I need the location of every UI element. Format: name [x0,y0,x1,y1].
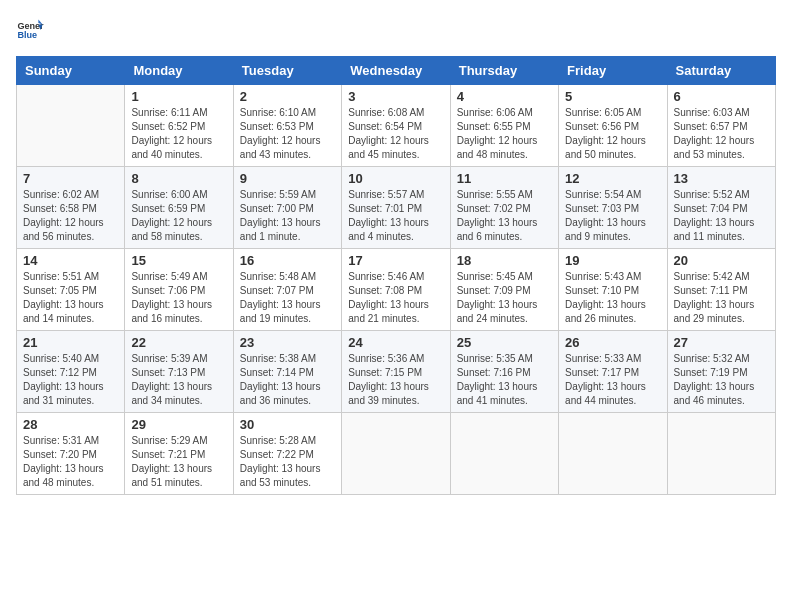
day-info: Sunrise: 6:11 AM Sunset: 6:52 PM Dayligh… [131,106,226,162]
day-info: Sunrise: 5:39 AM Sunset: 7:13 PM Dayligh… [131,352,226,408]
calendar-cell: 3Sunrise: 6:08 AM Sunset: 6:54 PM Daylig… [342,85,450,167]
day-info: Sunrise: 5:42 AM Sunset: 7:11 PM Dayligh… [674,270,769,326]
calendar-cell: 7Sunrise: 6:02 AM Sunset: 6:58 PM Daylig… [17,167,125,249]
calendar-cell [667,413,775,495]
calendar-cell: 28Sunrise: 5:31 AM Sunset: 7:20 PM Dayli… [17,413,125,495]
day-number: 27 [674,335,769,350]
week-row-5: 28Sunrise: 5:31 AM Sunset: 7:20 PM Dayli… [17,413,776,495]
column-header-tuesday: Tuesday [233,57,341,85]
calendar-cell: 14Sunrise: 5:51 AM Sunset: 7:05 PM Dayli… [17,249,125,331]
day-number: 29 [131,417,226,432]
day-number: 2 [240,89,335,104]
column-header-wednesday: Wednesday [342,57,450,85]
column-header-saturday: Saturday [667,57,775,85]
day-number: 5 [565,89,660,104]
day-number: 12 [565,171,660,186]
calendar-table: SundayMondayTuesdayWednesdayThursdayFrid… [16,56,776,495]
calendar-cell: 25Sunrise: 5:35 AM Sunset: 7:16 PM Dayli… [450,331,558,413]
column-header-friday: Friday [559,57,667,85]
day-number: 19 [565,253,660,268]
calendar-cell: 1Sunrise: 6:11 AM Sunset: 6:52 PM Daylig… [125,85,233,167]
day-number: 18 [457,253,552,268]
calendar-cell: 22Sunrise: 5:39 AM Sunset: 7:13 PM Dayli… [125,331,233,413]
day-info: Sunrise: 5:38 AM Sunset: 7:14 PM Dayligh… [240,352,335,408]
day-number: 22 [131,335,226,350]
day-number: 13 [674,171,769,186]
day-number: 17 [348,253,443,268]
calendar-cell: 21Sunrise: 5:40 AM Sunset: 7:12 PM Dayli… [17,331,125,413]
calendar-cell: 26Sunrise: 5:33 AM Sunset: 7:17 PM Dayli… [559,331,667,413]
calendar-body: 1Sunrise: 6:11 AM Sunset: 6:52 PM Daylig… [17,85,776,495]
day-info: Sunrise: 6:03 AM Sunset: 6:57 PM Dayligh… [674,106,769,162]
calendar-cell: 23Sunrise: 5:38 AM Sunset: 7:14 PM Dayli… [233,331,341,413]
day-info: Sunrise: 5:35 AM Sunset: 7:16 PM Dayligh… [457,352,552,408]
day-number: 7 [23,171,118,186]
page-header: General Blue [16,16,776,44]
day-info: Sunrise: 5:28 AM Sunset: 7:22 PM Dayligh… [240,434,335,490]
day-number: 4 [457,89,552,104]
day-number: 20 [674,253,769,268]
calendar-cell [342,413,450,495]
day-info: Sunrise: 6:00 AM Sunset: 6:59 PM Dayligh… [131,188,226,244]
week-row-2: 7Sunrise: 6:02 AM Sunset: 6:58 PM Daylig… [17,167,776,249]
day-info: Sunrise: 5:31 AM Sunset: 7:20 PM Dayligh… [23,434,118,490]
day-info: Sunrise: 6:06 AM Sunset: 6:55 PM Dayligh… [457,106,552,162]
week-row-4: 21Sunrise: 5:40 AM Sunset: 7:12 PM Dayli… [17,331,776,413]
day-number: 14 [23,253,118,268]
day-number: 11 [457,171,552,186]
logo: General Blue [16,16,48,44]
svg-text:Blue: Blue [17,30,37,40]
calendar-cell [450,413,558,495]
day-number: 6 [674,89,769,104]
day-number: 10 [348,171,443,186]
day-info: Sunrise: 5:32 AM Sunset: 7:19 PM Dayligh… [674,352,769,408]
day-number: 9 [240,171,335,186]
calendar-cell: 9Sunrise: 5:59 AM Sunset: 7:00 PM Daylig… [233,167,341,249]
day-number: 23 [240,335,335,350]
calendar-cell: 4Sunrise: 6:06 AM Sunset: 6:55 PM Daylig… [450,85,558,167]
day-info: Sunrise: 5:33 AM Sunset: 7:17 PM Dayligh… [565,352,660,408]
calendar-cell: 20Sunrise: 5:42 AM Sunset: 7:11 PM Dayli… [667,249,775,331]
week-row-1: 1Sunrise: 6:11 AM Sunset: 6:52 PM Daylig… [17,85,776,167]
day-info: Sunrise: 5:52 AM Sunset: 7:04 PM Dayligh… [674,188,769,244]
day-info: Sunrise: 5:29 AM Sunset: 7:21 PM Dayligh… [131,434,226,490]
day-info: Sunrise: 5:45 AM Sunset: 7:09 PM Dayligh… [457,270,552,326]
day-info: Sunrise: 5:54 AM Sunset: 7:03 PM Dayligh… [565,188,660,244]
logo-icon: General Blue [16,16,44,44]
calendar-cell: 15Sunrise: 5:49 AM Sunset: 7:06 PM Dayli… [125,249,233,331]
calendar-cell: 18Sunrise: 5:45 AM Sunset: 7:09 PM Dayli… [450,249,558,331]
day-info: Sunrise: 5:43 AM Sunset: 7:10 PM Dayligh… [565,270,660,326]
day-info: Sunrise: 6:05 AM Sunset: 6:56 PM Dayligh… [565,106,660,162]
day-info: Sunrise: 5:51 AM Sunset: 7:05 PM Dayligh… [23,270,118,326]
day-info: Sunrise: 5:59 AM Sunset: 7:00 PM Dayligh… [240,188,335,244]
day-info: Sunrise: 5:55 AM Sunset: 7:02 PM Dayligh… [457,188,552,244]
day-number: 16 [240,253,335,268]
week-row-3: 14Sunrise: 5:51 AM Sunset: 7:05 PM Dayli… [17,249,776,331]
day-info: Sunrise: 5:40 AM Sunset: 7:12 PM Dayligh… [23,352,118,408]
calendar-cell: 12Sunrise: 5:54 AM Sunset: 7:03 PM Dayli… [559,167,667,249]
day-number: 21 [23,335,118,350]
day-info: Sunrise: 5:57 AM Sunset: 7:01 PM Dayligh… [348,188,443,244]
day-number: 1 [131,89,226,104]
day-number: 24 [348,335,443,350]
day-number: 8 [131,171,226,186]
day-info: Sunrise: 6:02 AM Sunset: 6:58 PM Dayligh… [23,188,118,244]
day-number: 26 [565,335,660,350]
day-number: 25 [457,335,552,350]
calendar-cell: 11Sunrise: 5:55 AM Sunset: 7:02 PM Dayli… [450,167,558,249]
calendar-cell: 2Sunrise: 6:10 AM Sunset: 6:53 PM Daylig… [233,85,341,167]
calendar-cell: 24Sunrise: 5:36 AM Sunset: 7:15 PM Dayli… [342,331,450,413]
calendar-cell: 8Sunrise: 6:00 AM Sunset: 6:59 PM Daylig… [125,167,233,249]
day-number: 3 [348,89,443,104]
day-info: Sunrise: 5:49 AM Sunset: 7:06 PM Dayligh… [131,270,226,326]
day-info: Sunrise: 6:10 AM Sunset: 6:53 PM Dayligh… [240,106,335,162]
day-info: Sunrise: 5:48 AM Sunset: 7:07 PM Dayligh… [240,270,335,326]
calendar-cell: 13Sunrise: 5:52 AM Sunset: 7:04 PM Dayli… [667,167,775,249]
day-number: 15 [131,253,226,268]
column-headers: SundayMondayTuesdayWednesdayThursdayFrid… [17,57,776,85]
column-header-thursday: Thursday [450,57,558,85]
calendar-cell: 17Sunrise: 5:46 AM Sunset: 7:08 PM Dayli… [342,249,450,331]
day-info: Sunrise: 5:36 AM Sunset: 7:15 PM Dayligh… [348,352,443,408]
calendar-cell: 10Sunrise: 5:57 AM Sunset: 7:01 PM Dayli… [342,167,450,249]
day-info: Sunrise: 6:08 AM Sunset: 6:54 PM Dayligh… [348,106,443,162]
